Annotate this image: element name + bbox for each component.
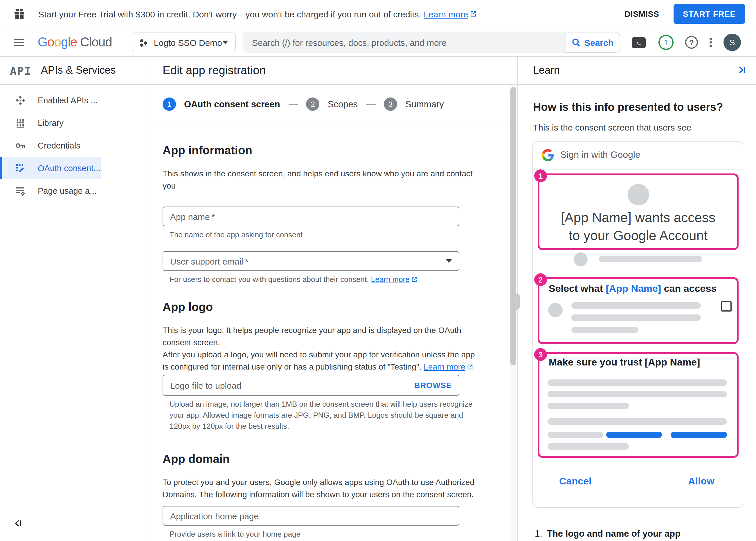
collapse-learn-panel-icon[interactable] [736, 66, 746, 74]
enabled-apis-icon [15, 95, 26, 105]
sidebar-item-label: Enabled APIs ... [38, 95, 98, 105]
card-divider [533, 170, 743, 170]
step-label-oauth-consent-screen[interactable]: OAuth consent screen [184, 99, 280, 109]
logo-letter: g [61, 35, 68, 50]
app-logo-heading: App logo [163, 300, 213, 314]
sidebar-item-library[interactable]: Library [0, 111, 150, 134]
cloud-shell-icon[interactable]: ›_ [632, 37, 646, 48]
sidebar-item-label: Page usage a... [38, 186, 97, 195]
user-support-email-field[interactable]: User support email * [163, 251, 459, 271]
step-circle-1[interactable]: 1 [163, 98, 176, 111]
sidebar-item-oauth-consent[interactable]: OAuth consent... [0, 157, 101, 179]
app-information-desc: you [163, 181, 176, 190]
logo-upload-helper: 120px by 120px for the best results. [170, 422, 289, 430]
logo-letter: e [70, 35, 77, 50]
free-trial-banner: Start your Free Trial with $300 in credi… [0, 0, 756, 28]
api-product-logo: API [10, 64, 32, 77]
project-icon [139, 38, 148, 47]
help-icon[interactable]: ? [685, 36, 698, 49]
sidebar-item-label: Library [38, 118, 64, 127]
start-free-button[interactable]: START FREE [674, 4, 745, 24]
banner-message: Start your Free Trial with $300 in credi… [38, 9, 421, 19]
panel-resize-handle[interactable] [514, 293, 520, 310]
project-selector[interactable]: Logto SSO Demo [132, 33, 236, 52]
annotation-badge-1: 1 [534, 170, 547, 182]
preview-cancel-button: Cancel [559, 476, 592, 487]
step-label-summary[interactable]: Summary [405, 99, 444, 109]
sidebar-item-enabled-apis[interactable]: Enabled APIs ... [0, 89, 150, 111]
project-name: Logto SSO Demo [154, 37, 222, 47]
learn-header: Learn [518, 57, 756, 85]
text-placeholder [548, 403, 629, 409]
logo-upload-field[interactable]: Logo file to upload BROWSE [163, 375, 459, 396]
step-label-scopes[interactable]: Scopes [328, 99, 358, 109]
search-bar: Search [243, 32, 620, 53]
google-g-logo [542, 149, 554, 161]
sidebar-item-label: OAuth consent... [38, 163, 100, 173]
form-content: App information This shows in the consen… [150, 124, 517, 541]
email-learn-more-link[interactable]: Learn more [371, 275, 410, 284]
sidebar-item-page-usage[interactable]: Page usage a... [0, 179, 150, 202]
user-support-email-helper: For users to contact you with questions … [170, 275, 418, 284]
app-name-label: App name [170, 212, 210, 221]
step-connector [289, 104, 298, 105]
google-cloud-console: Start your Free Trial with $300 in credi… [0, 0, 756, 541]
logo-letter: o [47, 35, 54, 50]
link-placeholder [671, 432, 727, 438]
text-placeholder [548, 391, 727, 397]
text-placeholder [548, 418, 727, 425]
logo-learn-more-link[interactable]: Learn more [424, 362, 465, 371]
account-avatar-placeholder [574, 253, 588, 266]
scope-text-placeholder [571, 302, 701, 309]
sign-in-with-google-label: Sign in with Google [560, 150, 640, 160]
appbar-actions: ›_ 1 ? S [632, 34, 741, 51]
more-options-icon[interactable] [708, 37, 713, 48]
sidebar-item-credentials[interactable]: Credentials [0, 134, 150, 157]
hamburger-menu-icon[interactable] [14, 37, 24, 48]
main-header: Edit app registration [150, 57, 517, 85]
step-connector [366, 104, 376, 105]
application-home-page-label: Application home page [170, 511, 259, 521]
sidebar-title: APIs & Services [41, 64, 116, 77]
avatar-initial: S [730, 38, 735, 47]
oauth-consent-icon [15, 163, 26, 173]
google-cloud-logo[interactable]: GoogleCloud [38, 35, 112, 50]
sidebar-item-label: Credentials [38, 141, 80, 150]
console-shell: API APIs & Services Enabled APIs ... [0, 57, 756, 541]
logo-upload-label: Logo file to upload [170, 380, 241, 390]
text-placeholder [548, 379, 727, 386]
logo-letter: o [54, 35, 61, 50]
logo-upload-helper: Upload an image, not larger than 1MB on … [170, 400, 473, 408]
account-email-placeholder [599, 256, 702, 262]
notifications-count[interactable]: 1 [658, 35, 674, 50]
annotation-badge-3: 3 [534, 348, 547, 361]
app-logo-desc: After you upload a logo, you will need t… [163, 350, 475, 359]
search-button[interactable]: Search [566, 32, 620, 53]
app-name-field[interactable]: App name * [163, 207, 459, 226]
external-link-icon [470, 10, 477, 17]
app-logo-desc: This is your logo. It helps people recog… [163, 325, 461, 335]
learn-list-number: 1. [535, 529, 542, 539]
title-app-name: [App Name] [606, 283, 661, 294]
annotation-box-2: 2 Select what [App Name] can access [538, 277, 739, 344]
app-logo-desc: consent screen. [163, 338, 220, 347]
banner-learn-more-link[interactable]: Learn more [424, 9, 468, 19]
search-input[interactable] [243, 37, 566, 47]
app-logo-placeholder [627, 184, 649, 206]
scope-icon-placeholder [548, 303, 563, 317]
search-button-label: Search [584, 37, 613, 47]
library-icon [15, 118, 26, 128]
dismiss-button[interactable]: DISMISS [619, 5, 665, 23]
step-circle-3[interactable]: 3 [384, 98, 397, 111]
app-domain-desc: Domains. The following information will … [163, 490, 474, 499]
application-home-page-field[interactable]: Application home page [163, 506, 459, 526]
step-circle-2[interactable]: 2 [306, 98, 320, 111]
search-field[interactable] [243, 32, 566, 53]
title-text: can access [661, 283, 717, 294]
browse-button[interactable]: BROWSE [414, 380, 452, 390]
avatar[interactable]: S [723, 34, 741, 51]
scrollbar-thumb[interactable] [510, 87, 516, 365]
collapse-sidebar-icon[interactable] [14, 519, 23, 527]
annotation-badge-2: 2 [534, 273, 547, 286]
logo-letter: l [68, 35, 71, 50]
